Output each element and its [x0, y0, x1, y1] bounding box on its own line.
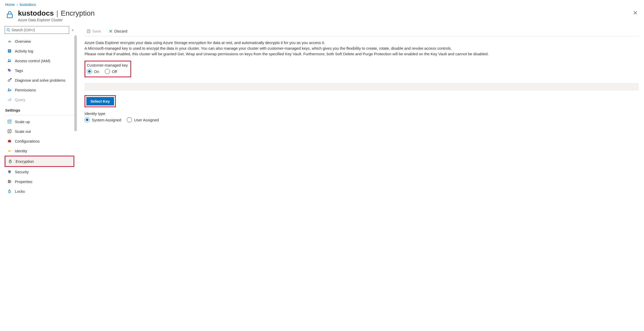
- description-line: A Microsoft-managed key is used to encry…: [85, 46, 639, 51]
- svg-point-10: [10, 60, 11, 61]
- sidebar-item-label: Diagnose and solve problems: [15, 78, 66, 82]
- radio-label: System Assigned: [92, 118, 121, 122]
- save-button[interactable]: Save: [85, 28, 103, 34]
- sidebar-item-scale-out[interactable]: Scale out: [5, 126, 74, 136]
- divider: [5, 115, 74, 115]
- sidebar-item-permissions[interactable]: Permissions: [5, 85, 74, 95]
- svg-marker-11: [8, 69, 11, 72]
- chevron-right-icon: ›: [17, 3, 18, 6]
- svg-point-16: [10, 90, 11, 91]
- sidebar-item-query[interactable]: Query: [5, 95, 74, 104]
- svg-line-4: [9, 31, 10, 32]
- sidebar-item-label: Properties: [15, 179, 32, 184]
- sidebar-item-overview[interactable]: Overview: [5, 36, 74, 46]
- radio-icon: [85, 117, 90, 122]
- sidebar-item-label: Activity log: [15, 49, 33, 53]
- sidebar-item-label: Scale up: [15, 120, 30, 124]
- search-box[interactable]: [5, 26, 69, 34]
- title-resource: kustodocs: [18, 9, 54, 17]
- sidebar-section-settings: Settings: [5, 104, 74, 114]
- identity-type-group: Identity type System Assigned User Assig…: [85, 111, 639, 122]
- sidebar-item-locks[interactable]: Locks: [5, 186, 74, 196]
- overview-icon: [7, 39, 12, 44]
- svg-rect-21: [8, 120, 11, 123]
- svg-rect-14: [10, 78, 11, 79]
- sidebar-item-activity-log[interactable]: Activity log: [5, 46, 74, 56]
- close-button[interactable]: [632, 9, 639, 16]
- sidebar-item-identity[interactable]: Identity: [5, 146, 74, 156]
- identity-radio-system[interactable]: System Assigned: [85, 117, 121, 122]
- locks-icon: [7, 189, 12, 194]
- collapse-sidebar-button[interactable]: «: [72, 28, 74, 32]
- security-icon: [7, 169, 12, 174]
- svg-rect-18: [8, 100, 9, 101]
- breadcrumb-home[interactable]: Home: [5, 3, 15, 7]
- svg-rect-28: [9, 151, 11, 151]
- tag-icon: [7, 68, 12, 73]
- radio-icon: [87, 69, 92, 74]
- breadcrumb: Home › kustodocs: [0, 0, 644, 8]
- radio-icon: [105, 69, 110, 74]
- sidebar-item-encryption[interactable]: Encryption: [5, 156, 74, 166]
- select-key-button[interactable]: Select Key: [86, 97, 114, 105]
- identity-type-label: Identity type: [85, 111, 639, 116]
- identity-radio-user[interactable]: User Assigned: [127, 117, 159, 122]
- cmk-radio-on[interactable]: On: [87, 69, 99, 74]
- sidebar-item-security[interactable]: Security: [5, 167, 74, 177]
- sidebar-item-access-control[interactable]: Access control (IAM): [5, 56, 74, 66]
- sidebar-item-properties[interactable]: Properties: [5, 177, 74, 186]
- svg-rect-26: [9, 140, 10, 141]
- info-band: [85, 83, 639, 91]
- sidebar-item-scale-up[interactable]: Scale up: [5, 117, 74, 126]
- description-line: Please note that if enabled, this cluste…: [85, 51, 639, 57]
- description-text: Azure Data Explorer encrypts your data u…: [85, 40, 639, 57]
- select-key-highlight: Select Key: [85, 95, 116, 107]
- sidebar-item-label: Identity: [15, 149, 27, 153]
- svg-line-17: [11, 91, 11, 91]
- main-content: Save Discard Azure Data Explorer encrypt…: [74, 26, 644, 196]
- scale-out-icon: [7, 129, 12, 134]
- sidebar-item-label: Encryption: [16, 159, 34, 164]
- page-subtitle: Azure Data Explorer Cluster: [18, 18, 95, 22]
- breadcrumb-resource[interactable]: kustodocs: [20, 3, 36, 7]
- sidebar-item-label: Overview: [15, 39, 31, 44]
- search-input[interactable]: [12, 28, 67, 32]
- page-title: kustodocs | Encryption: [18, 9, 95, 17]
- sidebar-item-label: Permissions: [15, 88, 36, 92]
- lock-icon: [5, 10, 14, 19]
- svg-point-9: [8, 59, 9, 61]
- title-section: Encryption: [61, 9, 95, 17]
- sidebar-item-tags[interactable]: Tags: [5, 66, 74, 75]
- title-separator: |: [56, 9, 58, 17]
- scale-up-icon: [7, 119, 12, 124]
- svg-rect-19: [9, 99, 10, 101]
- svg-rect-7: [8, 50, 11, 51]
- sidebar-item-label: Query: [15, 98, 25, 102]
- sidebar-item-configurations[interactable]: Configurations: [5, 136, 74, 146]
- sidebar: « Overview Activity log: [5, 26, 74, 196]
- svg-rect-39: [88, 31, 90, 33]
- sidebar-item-label: Access control (IAM): [15, 59, 50, 63]
- svg-rect-38: [88, 30, 89, 31]
- iam-icon: [7, 58, 12, 63]
- customer-managed-key-group: Customer-managed key On Off: [85, 61, 131, 77]
- discard-icon: [109, 29, 113, 33]
- description-line: Azure Data Explorer encrypts your data u…: [85, 40, 639, 46]
- discard-label: Discard: [114, 29, 127, 33]
- sidebar-item-label: Security: [15, 170, 29, 174]
- svg-point-12: [8, 80, 10, 82]
- svg-rect-20: [10, 98, 11, 101]
- save-label: Save: [92, 29, 101, 33]
- query-icon: [7, 97, 12, 102]
- sidebar-item-diagnose[interactable]: Diagnose and solve problems: [5, 75, 74, 85]
- configurations-icon: [7, 139, 12, 143]
- identity-icon: [7, 148, 12, 153]
- cmk-radio-off[interactable]: Off: [105, 69, 117, 74]
- discard-button[interactable]: Discard: [107, 28, 129, 34]
- svg-point-34: [9, 181, 10, 182]
- svg-point-35: [8, 182, 9, 183]
- svg-rect-25: [8, 140, 11, 142]
- sidebar-item-label: Configurations: [15, 139, 40, 143]
- sidebar-item-label: Tags: [15, 68, 23, 73]
- radio-label: On: [94, 69, 99, 74]
